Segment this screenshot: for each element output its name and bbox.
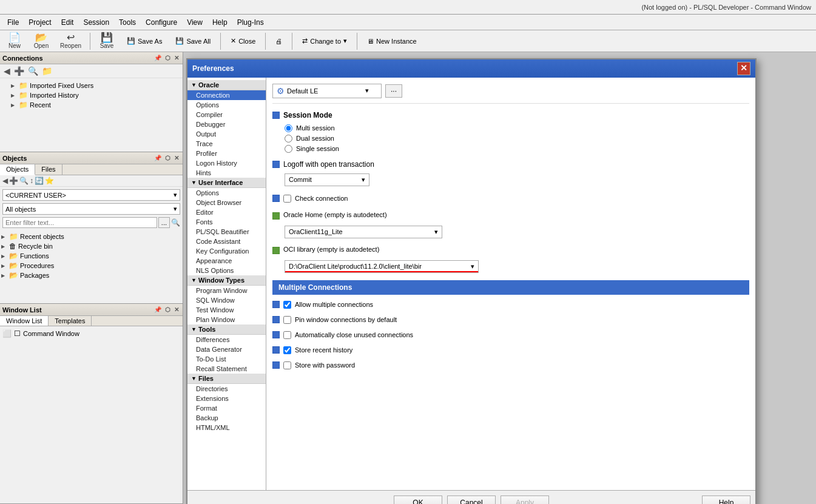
cancel-button[interactable]: Cancel [447,496,496,504]
tab-files[interactable]: Files [35,164,62,175]
conn-add-btn[interactable]: ➕ [13,66,25,76]
tree-data-generator[interactable]: Data Generator [187,344,266,354]
auto-close-label-row[interactable]: Automatically close unused connections [283,330,413,340]
conn-item-imported-fixed[interactable]: ▶ 📁 Imported Fixed Users [2,81,180,90]
dialog-close-button[interactable]: ✕ [737,62,750,75]
print-button[interactable]: 🖨 [270,32,288,50]
menu-session[interactable]: Session [78,16,114,29]
oci-field[interactable]: D:\OraClient Lite\product\11.2.0\client_… [285,260,479,273]
store-password-label-row[interactable]: Store with password [283,360,355,371]
allow-multiple-checkbox[interactable] [283,301,291,309]
menu-tools[interactable]: Tools [114,16,141,29]
tree-html-xml[interactable]: HTML/XML [187,423,266,432]
tab-window-list[interactable]: Window List [0,316,49,326]
tree-extensions[interactable]: Extensions [187,394,266,403]
window-types-group[interactable]: ▼ Window Types [187,275,266,286]
connections-close-btn[interactable]: ✕ [173,55,180,61]
filter-search-btn[interactable]: 🔍 [171,218,180,227]
wl-pin-btn[interactable]: 📌 [153,306,163,313]
more-button[interactable]: ··· [385,84,402,98]
obj-refresh-btn[interactable]: 🔄 [35,176,44,185]
tree-object-browser[interactable]: Object Browser [187,198,266,207]
auto-close-checkbox[interactable] [283,331,291,339]
tree-appearance[interactable]: Appearance [187,256,266,266]
conn-item-imported-history[interactable]: ▶ 📁 Imported History [2,90,180,100]
tree-fonts[interactable]: Fonts [187,217,266,227]
obj-recent[interactable]: ▶ 📁 Recent objects [1,232,181,241]
tree-plsql-beautifier[interactable]: PL/SQL Beautifier [187,227,266,237]
obj-procedures[interactable]: ▶ 📂 Procedures [1,261,181,270]
tab-objects[interactable]: Objects [0,164,35,175]
dual-session-radio-row[interactable]: Dual session [285,135,749,143]
conn-item-recent[interactable]: ▶ 📁 Recent [2,100,180,110]
tree-program-window[interactable]: Program Window [187,286,266,295]
current-user-select[interactable]: <CURRENT USER> ▾ [2,189,180,201]
tree-editor[interactable]: Editor [187,207,266,217]
obj-back-btn[interactable]: ◀ [2,176,8,185]
obj-recycle[interactable]: ▶ 🗑 Recycle bin [1,241,181,251]
obj-search-btn[interactable]: 🔍 [19,176,29,185]
close-button[interactable]: ✕ Close [225,32,261,50]
objects-pin-btn[interactable]: 📌 [153,155,163,161]
tree-differences[interactable]: Differences [187,335,266,344]
obj-packages[interactable]: ▶ 📂 Packages [1,270,181,280]
objects-close-btn[interactable]: ✕ [173,155,180,161]
tree-hints[interactable]: Hints [187,168,266,178]
menu-project[interactable]: Project [24,16,56,29]
multi-session-radio[interactable] [285,124,292,132]
pin-window-label-row[interactable]: Pin window connections by default [283,315,397,325]
single-session-radio[interactable] [285,145,292,153]
tree-code-assistant[interactable]: Code Assistant [187,237,266,246]
tree-logon-history[interactable]: Logon History [187,158,266,168]
tree-ui-options[interactable]: Options [187,188,266,198]
tree-test-window[interactable]: Test Window [187,305,266,315]
obj-sort-btn[interactable]: ↕ [30,176,33,185]
save-all-button[interactable]: 💾 Save All [170,32,216,50]
allow-multiple-label-row[interactable]: Allow multiple connections [283,300,373,310]
tree-connection[interactable]: Connection [187,90,266,100]
conn-folder-btn[interactable]: 📁 [41,66,53,76]
all-objects-select[interactable]: All objects ▾ [2,203,180,215]
oracle-group[interactable]: ▼ Oracle [187,80,266,90]
menu-file[interactable]: File [2,16,24,29]
tree-compiler[interactable]: Compiler [187,110,266,119]
obj-add-btn[interactable]: ➕ [9,176,18,185]
tree-plan-window[interactable]: Plan Window [187,315,266,324]
check-connection-checkbox[interactable] [283,195,291,203]
menu-help[interactable]: Help [207,16,232,29]
profile-select[interactable]: ⚙ Default LE ▾ [272,84,382,98]
commit-dropdown[interactable]: Commit ▾ [285,173,369,186]
wl-close-btn[interactable]: ✕ [173,306,180,313]
tree-output[interactable]: Output [187,129,266,139]
tree-nls-options[interactable]: NLS Options [187,266,266,275]
tree-trace[interactable]: Trace [187,139,266,149]
multi-session-radio-row[interactable]: Multi session [285,124,749,132]
tools-group[interactable]: ▼ Tools [187,324,266,335]
ok-button[interactable]: OK [394,496,442,504]
store-recent-checkbox[interactable] [283,346,291,354]
tree-directories[interactable]: Directories [187,384,266,394]
check-connection-row[interactable]: Check connection [283,193,348,204]
menu-configure[interactable]: Configure [141,16,182,29]
help-button[interactable]: Help [702,496,750,504]
tree-sql-window[interactable]: SQL Window [187,295,266,305]
tab-templates[interactable]: Templates [49,316,92,326]
conn-search-btn[interactable]: 🔍 [27,66,39,76]
save-button[interactable]: 💾 Save [95,32,119,51]
tree-key-config[interactable]: Key Configuration [187,246,266,256]
filter-input[interactable] [2,217,157,228]
objects-float-btn[interactable]: ⬡ [164,155,172,161]
store-password-checkbox[interactable] [283,361,291,369]
change-to-button[interactable]: ⇄ Change to ▾ [297,32,352,50]
connections-pin-btn[interactable]: 📌 [153,55,163,61]
dual-session-radio[interactable] [285,135,292,143]
tree-todo-list[interactable]: To-Do List [187,354,266,364]
open-button[interactable]: 📂 Open [29,32,53,51]
files-group[interactable]: ▼ Files [187,374,266,384]
user-interface-group[interactable]: ▼ User Interface [187,178,266,188]
conn-back-btn[interactable]: ◀ [2,66,12,76]
tree-profiler[interactable]: Profiler [187,149,266,158]
tree-recall-statement[interactable]: Recall Statement [187,364,266,374]
wl-float-btn[interactable]: ⬡ [164,306,172,313]
filter-more-btn[interactable]: ... [158,217,170,228]
